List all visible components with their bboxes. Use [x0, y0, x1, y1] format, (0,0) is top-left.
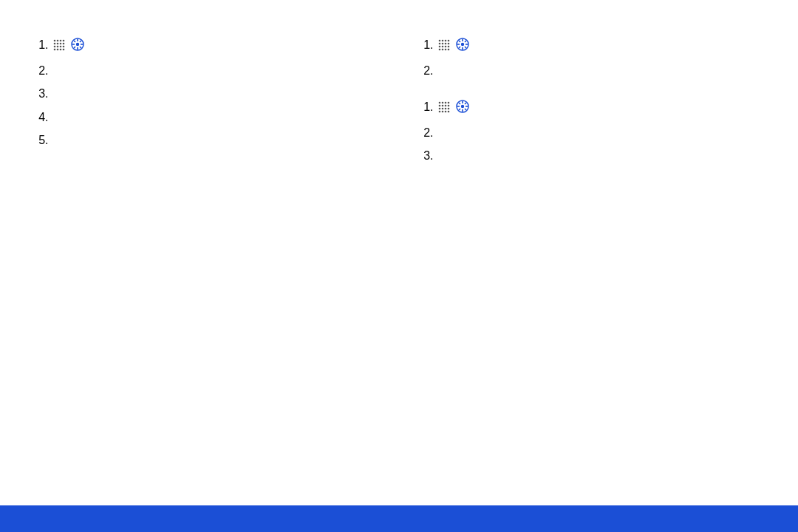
svg-point-37: [448, 46, 450, 48]
list-item: [52, 37, 383, 55]
svg-line-48: [459, 41, 460, 42]
steps-list: [416, 99, 768, 164]
svg-point-41: [448, 49, 450, 51]
list-item: [52, 132, 383, 149]
svg-point-13: [57, 49, 59, 51]
list-item: [437, 125, 768, 141]
list-item: [52, 86, 383, 102]
svg-point-40: [445, 49, 447, 51]
svg-point-65: [442, 111, 444, 113]
svg-line-23: [80, 47, 81, 48]
page-footer: [0, 505, 798, 532]
svg-point-2: [60, 40, 62, 42]
svg-point-55: [448, 102, 450, 104]
svg-line-76: [459, 109, 460, 110]
manual-page: [0, 0, 798, 532]
svg-point-32: [445, 43, 447, 45]
svg-point-34: [439, 46, 441, 48]
list-item: [437, 99, 768, 117]
svg-point-59: [448, 105, 450, 107]
settings-gear-icon: [71, 38, 84, 55]
svg-point-28: [445, 40, 447, 42]
svg-point-35: [442, 46, 444, 48]
svg-point-6: [60, 43, 62, 45]
settings-gear-icon: [456, 100, 469, 117]
svg-line-24: [74, 47, 75, 48]
svg-point-15: [63, 49, 65, 51]
svg-point-0: [54, 40, 56, 42]
left-column: [31, 27, 383, 171]
svg-point-61: [442, 108, 444, 110]
svg-point-3: [63, 40, 65, 42]
svg-point-57: [442, 105, 444, 107]
svg-point-30: [439, 43, 441, 45]
svg-point-10: [60, 46, 62, 48]
right-column: [416, 27, 768, 171]
svg-point-14: [60, 49, 62, 51]
list-item: [437, 148, 768, 164]
svg-point-7: [63, 43, 65, 45]
settings-gear-icon: [456, 38, 469, 55]
svg-point-29: [448, 40, 450, 42]
svg-line-75: [465, 109, 466, 110]
svg-point-39: [442, 49, 444, 51]
list-item: [52, 109, 383, 126]
svg-line-50: [459, 47, 460, 48]
list-item: [437, 37, 768, 55]
svg-point-26: [439, 40, 441, 42]
svg-line-51: [465, 41, 466, 42]
svg-point-27: [442, 40, 444, 42]
svg-point-60: [439, 108, 441, 110]
svg-point-43: [461, 43, 464, 46]
svg-point-17: [76, 43, 79, 46]
svg-point-63: [448, 108, 450, 110]
svg-point-12: [54, 49, 56, 51]
svg-line-49: [465, 47, 466, 48]
svg-point-53: [442, 102, 444, 104]
svg-line-77: [465, 103, 466, 104]
apps-grid-icon: [438, 39, 450, 55]
svg-point-38: [439, 49, 441, 51]
svg-line-74: [459, 103, 460, 104]
svg-point-66: [445, 111, 447, 113]
svg-point-36: [445, 46, 447, 48]
svg-point-67: [448, 111, 450, 113]
apps-grid-icon: [438, 101, 450, 117]
svg-point-1: [57, 40, 59, 42]
svg-point-54: [445, 102, 447, 104]
svg-point-9: [57, 46, 59, 48]
apps-grid-icon: [53, 39, 65, 55]
svg-point-58: [445, 105, 447, 107]
svg-point-69: [461, 105, 464, 108]
svg-point-56: [439, 105, 441, 107]
svg-point-33: [448, 43, 450, 45]
svg-point-31: [442, 43, 444, 45]
list-item: [52, 63, 383, 79]
svg-point-8: [54, 46, 56, 48]
steps-list: [31, 37, 383, 149]
svg-point-64: [439, 111, 441, 113]
content-area: [0, 0, 798, 171]
svg-point-62: [445, 108, 447, 110]
svg-point-11: [63, 46, 65, 48]
svg-point-52: [439, 102, 441, 104]
list-item: [437, 63, 768, 79]
svg-point-4: [54, 43, 56, 45]
steps-list: [416, 37, 768, 78]
svg-line-22: [74, 41, 75, 42]
svg-point-5: [57, 43, 59, 45]
svg-line-25: [80, 41, 81, 42]
